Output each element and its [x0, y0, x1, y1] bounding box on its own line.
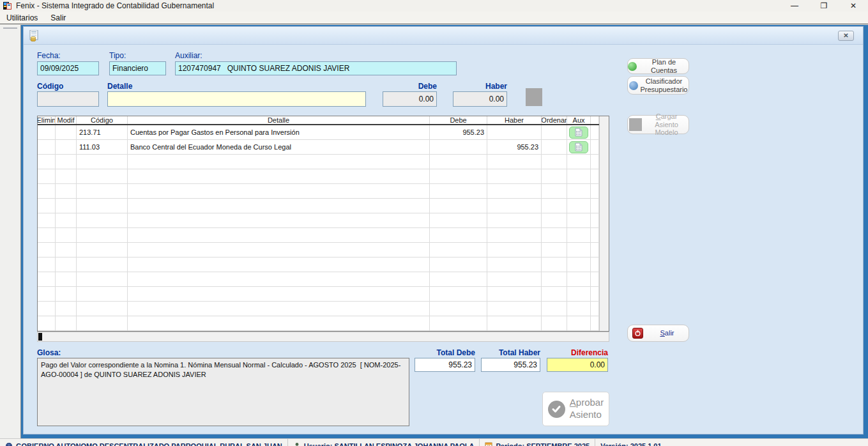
col-filler: [591, 116, 599, 124]
plan-de-cuentas-button[interactable]: Plan de Cuentas: [627, 58, 689, 74]
ordenar-cell[interactable]: [542, 140, 567, 154]
statusbar-version: Versión: 2025.1.01: [595, 439, 666, 446]
add-entry-square-button[interactable]: [526, 88, 542, 106]
table-row-empty[interactable]: [38, 258, 599, 272]
grid-header: Elimin Modif Código Detalle Debe Haber O…: [38, 116, 599, 125]
col-aux: Aux: [567, 116, 591, 124]
aux-cell: [567, 125, 591, 139]
statusbar: GOBIERNO AUTONOMO DESCENTRALIZADO PARROQ…: [0, 438, 868, 446]
panel-handle[interactable]: [3, 27, 17, 29]
table-row-empty[interactable]: [38, 287, 599, 302]
table-row-empty[interactable]: [38, 213, 599, 228]
table-row-empty[interactable]: [38, 155, 599, 169]
haber-cell: [487, 125, 542, 139]
table-row-empty[interactable]: [38, 272, 599, 287]
cargar-asiento-modelo-button[interactable]: Cargar AsientoModelo: [627, 115, 689, 134]
aprobar-asiento-button[interactable]: AprobarAsiento: [542, 392, 609, 426]
col-debe: Debe: [430, 116, 487, 124]
glosa-textarea[interactable]: Pago del Valor correspondiente a la Nomi…: [37, 358, 409, 426]
menu-salir[interactable]: Salir: [44, 12, 72, 24]
fecha-label: Fecha:: [37, 51, 61, 60]
diferencia-value: 0.00: [547, 358, 608, 372]
detalle-cell: Banco Central del Ecuador Moneda de Curs…: [128, 140, 430, 154]
elimin-cell[interactable]: [38, 140, 56, 154]
green-sphere-icon: [628, 62, 637, 71]
col-codigo: Código: [77, 116, 128, 124]
tipo-input[interactable]: [109, 61, 166, 75]
table-row-empty[interactable]: [38, 169, 599, 184]
table-row[interactable]: 213.71 Cuentas por Pagar Gastos en Perso…: [38, 125, 599, 140]
grid-vertical-scrollbar[interactable]: [599, 116, 609, 331]
detalle-cell: Cuentas por Pagar Gastos en Personal par…: [128, 125, 430, 139]
plan-de-cuentas-label: Plan de Cuentas: [639, 58, 689, 74]
glosa-label: Glosa:: [37, 348, 61, 357]
entries-grid[interactable]: Elimin Modif Código Detalle Debe Haber O…: [37, 116, 609, 332]
titlebar: Fenix - Sistema Integrado de Contabilida…: [0, 0, 868, 12]
statusbar-entity: GOBIERNO AUTONOMO DESCENTRALIZADO PARROQ…: [0, 439, 287, 446]
col-ordenar: Ordenar: [542, 116, 567, 124]
table-row-empty[interactable]: [38, 316, 599, 331]
salir-label: Salir: [646, 329, 689, 337]
col-detalle: Detalle: [128, 116, 430, 124]
hscroll-thumb[interactable]: [38, 333, 42, 341]
codigo-cell: 111.03: [77, 140, 128, 154]
child-window-strip: ✕: [24, 27, 863, 45]
minimize-button[interactable]: —: [780, 0, 809, 12]
statusbar-period: Periodo: SEPTIEMBRE 2025: [480, 439, 595, 446]
total-debe-value: 955.23: [415, 358, 475, 372]
organization-icon: [5, 442, 13, 446]
table-row-empty[interactable]: [38, 199, 599, 213]
asiento-contable-form: ✕ Fecha: Tipo: Auxiliar: Código Detalle …: [23, 26, 864, 434]
total-haber-value: 955.23: [481, 358, 540, 372]
total-haber-label: Total Haber: [481, 348, 540, 357]
document-coins-icon: [29, 30, 40, 42]
blue-sphere-icon: [629, 81, 638, 90]
debe-input[interactable]: [383, 91, 437, 107]
salir-button[interactable]: Salir: [627, 325, 689, 342]
close-button[interactable]: ✕: [839, 0, 868, 12]
aux-document-button[interactable]: [569, 127, 588, 139]
codigo-label: Código: [37, 82, 63, 91]
total-debe-label: Total Debe: [415, 348, 475, 357]
table-row-empty[interactable]: [38, 184, 599, 199]
haber-input[interactable]: [453, 91, 507, 107]
table-row-empty[interactable]: [38, 302, 599, 316]
table-row-empty[interactable]: [38, 243, 599, 258]
filler-cell: [591, 125, 599, 139]
fecha-input[interactable]: [37, 61, 99, 75]
elimin-cell[interactable]: [38, 125, 56, 139]
collapsed-side-panel[interactable]: [0, 25, 21, 438]
restore-button[interactable]: ❐: [809, 0, 839, 12]
detalle-label: Detalle: [107, 82, 132, 91]
ordenar-cell[interactable]: [542, 125, 567, 139]
child-close-button[interactable]: ✕: [838, 31, 854, 41]
calendar-icon: [485, 442, 492, 446]
tipo-label: Tipo:: [109, 51, 126, 60]
diferencia-label: Diferencia: [547, 348, 608, 357]
mdi-background: ✕ Fecha: Tipo: Auxiliar: Código Detalle …: [0, 25, 868, 438]
grid-horizontal-scrollbar[interactable]: [37, 332, 609, 342]
col-modif: Modif: [56, 116, 77, 124]
app-icon: [3, 1, 12, 10]
detalle-input[interactable]: [107, 91, 366, 107]
table-row-empty[interactable]: [38, 228, 599, 243]
table-row[interactable]: 111.03 Banco Central del Ecuador Moneda …: [38, 140, 599, 155]
modif-cell[interactable]: [56, 140, 77, 154]
haber-label: Haber: [453, 82, 507, 91]
window-title: Fenix - Sistema Integrado de Contabilida…: [16, 1, 214, 10]
clasificador-presupuestario-button[interactable]: ClasificadorPresupuestario: [627, 76, 689, 95]
col-elimin: Elimin: [38, 116, 56, 124]
grid-body: 213.71 Cuentas por Pagar Gastos en Perso…: [38, 125, 599, 331]
cargar-asiento-label: Cargar AsientoModelo: [644, 112, 689, 137]
codigo-input[interactable]: [37, 91, 99, 107]
debe-label: Debe: [383, 82, 437, 91]
aux-document-button[interactable]: [569, 141, 588, 153]
haber-cell: 955.23: [487, 140, 542, 154]
modif-cell[interactable]: [56, 125, 77, 139]
auxiliar-input[interactable]: [175, 61, 457, 75]
debe-cell: [430, 140, 487, 154]
menubar: Utilitarios Salir: [0, 12, 868, 24]
gray-square-icon: [629, 118, 642, 131]
menu-utilitarios[interactable]: Utilitarios: [0, 12, 44, 24]
aprobar-label: AprobarAsiento: [570, 397, 604, 421]
